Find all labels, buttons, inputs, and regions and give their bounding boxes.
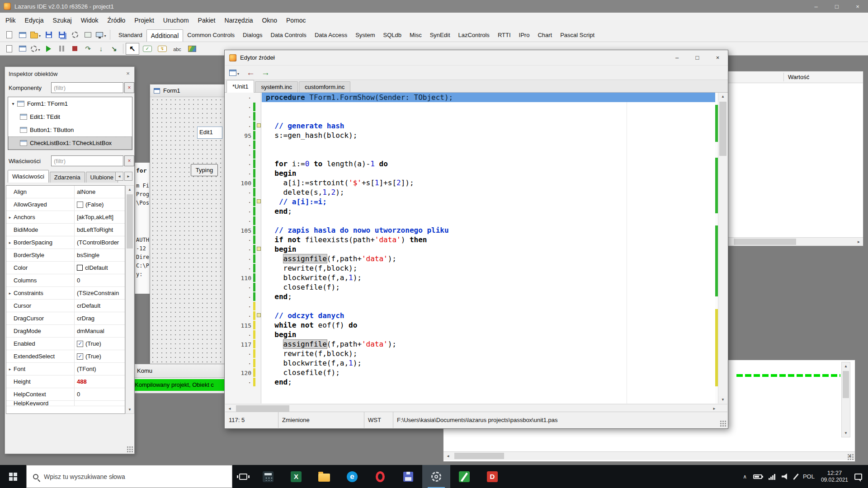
- code-line-105[interactable]: 105 // zapis hasla do nowo utworzonego p…: [225, 225, 716, 235]
- menu-plik[interactable]: Plik: [1, 13, 20, 28]
- prop-value[interactable]: dmManual: [74, 325, 125, 337]
- opera-icon[interactable]: [366, 465, 394, 488]
- notepad-icon[interactable]: [450, 465, 478, 488]
- code-line-93[interactable]: ·: [225, 112, 716, 121]
- save-all-icon[interactable]: [55, 29, 68, 41]
- code-line-120[interactable]: 120 closefile(f);: [225, 368, 716, 377]
- filter-clear-button[interactable]: [124, 82, 134, 93]
- tree-item-checklistbox1-tchecklistbox[interactable]: CheckListBox1: TCheckListBox: [8, 136, 132, 150]
- palette-tab-data-controls[interactable]: Data Controls: [266, 28, 310, 42]
- menu-pomoc[interactable]: Pomoc: [282, 13, 311, 28]
- prop-value[interactable]: 0: [74, 274, 125, 286]
- cursor-icon[interactable]: [126, 43, 139, 55]
- messages-window[interactable]: Komu Kompilowany projekt, Obiekt c: [133, 364, 226, 394]
- source-editor-window[interactable]: Edytor źródeł – □ × *Unit1systemh.inccus…: [224, 50, 728, 429]
- code-line-113[interactable]: ·: [225, 301, 716, 311]
- prop-row-dragcursor[interactable]: DragCursorcrDrag: [6, 312, 125, 325]
- scroll-right-button[interactable]: [854, 238, 863, 246]
- fold-mark-icon[interactable]: [257, 247, 261, 251]
- palette-tab-standard[interactable]: Standard: [114, 28, 146, 42]
- scroll-down-button[interactable]: [842, 429, 850, 437]
- pause-icon[interactable]: [55, 43, 68, 55]
- prop-row-helpcontext[interactable]: HelpContext0: [6, 388, 125, 401]
- close-button[interactable]: ×: [847, 0, 868, 13]
- prop-row-enabled[interactable]: Enabled(True): [6, 338, 125, 350]
- close-icon[interactable]: [124, 69, 132, 77]
- menu-pakiet[interactable]: Pakiet: [193, 13, 220, 28]
- object-inspector-window[interactable]: Inspektor obiektów Komponenty Form1: TFo…: [5, 66, 135, 454]
- fold-mark-icon[interactable]: [257, 313, 261, 317]
- tab-scroll-left-button[interactable]: [115, 172, 123, 181]
- run-icon[interactable]: [42, 43, 55, 55]
- resize-grip[interactable]: [720, 420, 726, 427]
- code-line-95[interactable]: 95 s:=gen_hash(block);: [225, 131, 716, 140]
- prop-value[interactable]: (TControlBorder: [74, 236, 125, 249]
- value-column-header[interactable]: Wartość: [788, 71, 809, 83]
- close-button[interactable]: ×: [708, 50, 728, 65]
- code-line-111[interactable]: · closefile(f);: [225, 282, 716, 292]
- settings-gear-icon[interactable]: [422, 465, 450, 488]
- oi-tab-ulubione[interactable]: Ulubione: [86, 172, 118, 183]
- code-line-112[interactable]: · end;: [225, 292, 716, 301]
- volume-icon[interactable]: [778, 465, 792, 488]
- scrollbar-thumb[interactable]: [236, 405, 289, 412]
- palette-tab-common-controls[interactable]: Common Controls: [183, 28, 239, 42]
- tree-item-button1-tbutton[interactable]: Button1: TButton: [8, 123, 132, 136]
- palette-tab-misc[interactable]: Misc: [406, 28, 426, 42]
- menu-projekt[interactable]: Projekt: [130, 13, 159, 28]
- menu-szukaj[interactable]: Szukaj: [48, 13, 76, 28]
- code-line-96[interactable]: ·: [225, 140, 716, 150]
- d-icon[interactable]: [478, 465, 506, 488]
- clock[interactable]: 12:27 09.02.2021: [818, 465, 851, 488]
- prop-value[interactable]: bdLeftToRight: [74, 224, 125, 236]
- prop-row-height[interactable]: Height488: [6, 375, 125, 388]
- prop-value[interactable]: [akTop,akLeft]: [74, 211, 125, 223]
- tspeedbutton-icon[interactable]: [156, 43, 169, 55]
- network-icon[interactable]: [765, 465, 778, 488]
- start-button[interactable]: [0, 465, 26, 488]
- edge-icon[interactable]: [338, 465, 366, 488]
- battery-icon[interactable]: [750, 465, 765, 488]
- code-line-103[interactable]: · end;: [225, 206, 716, 216]
- oi-tab-zdarzenia[interactable]: Zdarzenia: [50, 172, 85, 183]
- menu-widok[interactable]: Widok: [76, 13, 103, 28]
- new-form-icon[interactable]: [16, 29, 29, 41]
- timage-icon[interactable]: [185, 43, 199, 55]
- prop-row-bidimode[interactable]: BidiModebdLeftToRight: [6, 224, 125, 236]
- prop-value[interactable]: crDefault: [74, 300, 125, 312]
- code-line-107[interactable]: · begin: [225, 244, 716, 254]
- pen-icon[interactable]: [792, 465, 800, 488]
- palette-tab-chart[interactable]: Chart: [533, 28, 556, 42]
- menu-narzedzia[interactable]: Narzędzia: [220, 13, 258, 28]
- prop-row-allowgrayed[interactable]: AllowGrayed(False): [6, 198, 125, 211]
- code-line-121[interactable]: · end;: [225, 377, 716, 387]
- resize-grip[interactable]: [847, 454, 854, 460]
- code-line-118[interactable]: · rewrite(f,block);: [225, 349, 716, 358]
- checkbox-icon[interactable]: [77, 202, 83, 208]
- scroll-down-button[interactable]: [718, 396, 727, 404]
- menu-uruchom[interactable]: Uruchom: [159, 13, 193, 28]
- prop-value[interactable]: (TSizeConstrain: [74, 287, 125, 299]
- menu-zrod-o[interactable]: Źródło: [103, 13, 130, 28]
- scrollbar-thumb[interactable]: [454, 453, 504, 459]
- properties-filter-input[interactable]: [51, 155, 123, 166]
- code-line-114[interactable]: · // odczyt danych: [225, 311, 716, 320]
- edit1-control[interactable]: Edit1: [197, 127, 222, 139]
- maximize-button[interactable]: □: [687, 50, 708, 65]
- build-mode-icon[interactable]: [29, 43, 42, 55]
- code-line-117[interactable]: 117 assignfile(f,path+'data');: [225, 339, 716, 349]
- prop-row-color[interactable]: ColorclDefault: [6, 262, 125, 274]
- typing-button-control[interactable]: Typing: [191, 164, 218, 176]
- code-line-115[interactable]: 115 while not eof(f) do: [225, 320, 716, 330]
- horizontal-scrollbar[interactable]: [443, 451, 855, 460]
- checkbox-icon[interactable]: [77, 353, 83, 360]
- scroll-left-button[interactable]: [443, 452, 453, 460]
- code-line-106[interactable]: · if not fileexists(path+'data') then: [225, 235, 716, 244]
- palette-tab-rtti[interactable]: RTTI: [494, 28, 515, 42]
- prop-row-constraints[interactable]: Constraints(TSizeConstrain: [6, 287, 125, 300]
- code-line-97[interactable]: ·: [225, 150, 716, 159]
- code-line-110[interactable]: 110 blockwrite(f,a,1);: [225, 273, 716, 282]
- prop-row-font[interactable]: Font(TFont): [6, 363, 125, 375]
- prop-value[interactable]: [74, 401, 125, 406]
- palette-tab-dialogs[interactable]: Dialogs: [239, 28, 266, 42]
